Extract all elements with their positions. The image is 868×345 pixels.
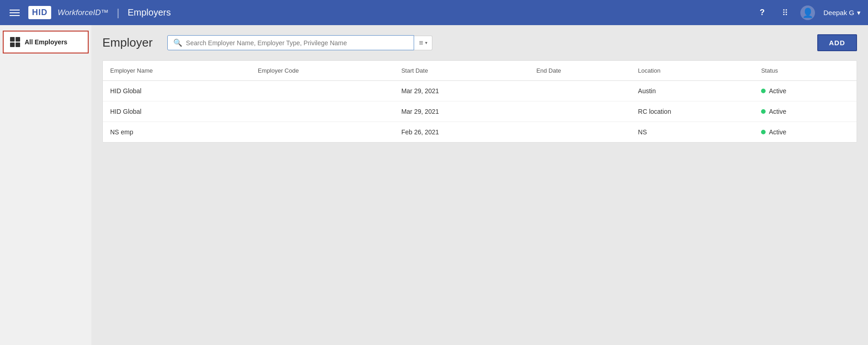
title-divider: |	[117, 7, 119, 19]
cell-4: Austin	[631, 81, 754, 101]
col-header-employer-name: Employer Name	[103, 61, 250, 81]
cell-3	[529, 81, 630, 101]
col-header-start-date: Start Date	[394, 61, 529, 81]
table-header: Employer Name Employer Code Start Date E…	[103, 61, 857, 81]
cell-4: NS	[631, 122, 754, 143]
status-dot	[761, 130, 766, 134]
cell-status: Active	[754, 81, 857, 101]
col-header-end-date: End Date	[529, 61, 630, 81]
cell-4: RC location	[631, 101, 754, 122]
search-area: 🔍 ≡ ▾	[167, 35, 432, 50]
apps-grid-button[interactable]: ⠿	[777, 5, 792, 20]
top-navigation: HID WorkforceID™ | Employers ? ⠿ 👤 Deepa…	[0, 0, 868, 25]
content-header: Employer 🔍 ≡ ▾ ADD	[102, 34, 857, 51]
filter-chevron-icon: ▾	[425, 40, 427, 45]
status-text: Active	[769, 128, 786, 136]
status-dot	[761, 109, 766, 114]
sidebar-item-all-employers[interactable]: All Employers	[3, 31, 89, 53]
cell-1	[250, 81, 394, 101]
table-body: HID GlobalMar 29, 2021Austin Active HID …	[103, 81, 857, 143]
search-input[interactable]	[186, 39, 409, 47]
hid-logo: HID	[28, 6, 51, 19]
cell-0: HID Global	[103, 101, 250, 122]
user-dropdown-icon: ▾	[857, 9, 861, 17]
main-content: Employer 🔍 ≡ ▾ ADD Employer Name Employe	[91, 25, 868, 345]
cell-2: Feb 26, 2021	[394, 122, 529, 143]
filter-icon: ≡	[419, 39, 423, 47]
sidebar-item-label: All Employers	[25, 38, 67, 46]
grid-icon	[10, 37, 20, 47]
table-row[interactable]: HID GlobalMar 29, 2021Austin Active	[103, 81, 857, 101]
main-layout: All Employers Employer 🔍 ≡ ▾ ADD	[0, 25, 868, 345]
app-subtitle: WorkforceID™	[58, 8, 108, 17]
page-title: Employer	[102, 36, 153, 50]
search-icon: 🔍	[173, 38, 182, 47]
hamburger-icon	[10, 10, 20, 16]
table-row[interactable]: HID GlobalMar 29, 2021RC location Active	[103, 101, 857, 122]
employer-table-container: Employer Name Employer Code Start Date E…	[102, 60, 857, 143]
status-dot	[761, 89, 766, 93]
cell-3	[529, 122, 630, 143]
cell-2: Mar 29, 2021	[394, 101, 529, 122]
employer-table: Employer Name Employer Code Start Date E…	[103, 61, 857, 142]
hamburger-menu-button[interactable]	[7, 5, 22, 20]
col-header-location: Location	[631, 61, 754, 81]
cell-0: HID Global	[103, 81, 250, 101]
status-text: Active	[769, 108, 786, 115]
filter-button[interactable]: ≡ ▾	[414, 36, 432, 50]
sidebar: All Employers	[0, 25, 91, 345]
help-button[interactable]: ?	[755, 5, 769, 20]
table-row[interactable]: NS empFeb 26, 2021NS Active	[103, 122, 857, 143]
cell-2: Mar 29, 2021	[394, 81, 529, 101]
col-header-employer-code: Employer Code	[250, 61, 394, 81]
cell-1	[250, 122, 394, 143]
user-avatar: 👤	[800, 5, 815, 20]
user-menu-button[interactable]: Deepak G ▾	[823, 9, 861, 17]
user-name: Deepak G	[823, 9, 854, 16]
cell-1	[250, 101, 394, 122]
cell-0: NS emp	[103, 122, 250, 143]
cell-3	[529, 101, 630, 122]
col-header-status: Status	[754, 61, 857, 81]
apps-grid-icon: ⠿	[782, 8, 788, 18]
logo-text: HID	[32, 8, 48, 17]
status-text: Active	[769, 87, 786, 95]
help-icon: ?	[760, 8, 765, 17]
search-box: 🔍	[167, 35, 415, 50]
add-button[interactable]: ADD	[817, 34, 857, 51]
cell-status: Active	[754, 101, 857, 122]
app-title: Employers	[128, 7, 170, 18]
cell-status: Active	[754, 122, 857, 143]
